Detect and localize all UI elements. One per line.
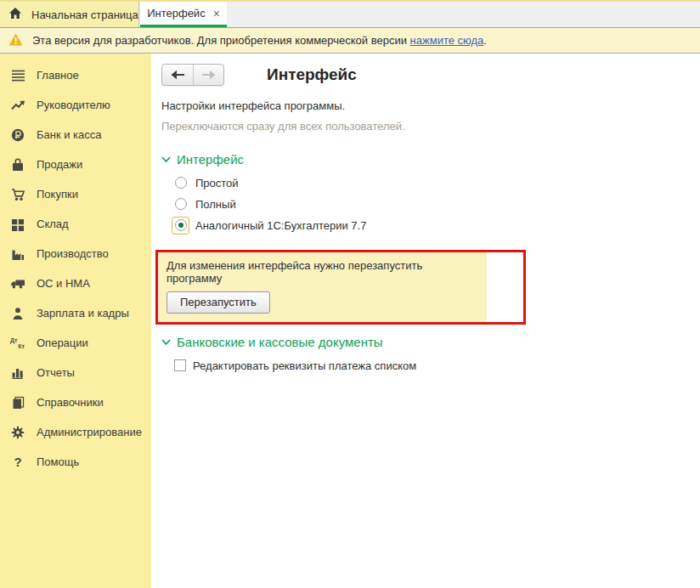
checkbox-icon <box>174 359 186 371</box>
sidebar-item-production[interactable]: Производство <box>0 239 151 269</box>
tab-home-label: Начальная страница <box>31 8 138 21</box>
radio-icon-selected <box>175 219 187 231</box>
sidebar-item-administration[interactable]: Администрирование <box>0 417 151 447</box>
app-window: Начальная страница Интерфейс × Эта верси… <box>0 0 700 588</box>
person-icon <box>9 306 26 321</box>
debit-credit-icon: ДтКт <box>9 336 26 351</box>
forward-button[interactable] <box>193 65 223 85</box>
warning-triangle-icon <box>8 33 23 48</box>
sidebar-item-help[interactable]: ? Помощь <box>0 447 151 477</box>
sidebar-item-directories[interactable]: Справочники <box>0 387 151 417</box>
sidebar-item-operations[interactable]: ДтКт Операции <box>0 328 151 358</box>
annotation-red-box: Для изменения интерфейса нужно перезапус… <box>155 250 526 325</box>
purchase-link[interactable]: нажмите сюда <box>410 34 484 47</box>
close-icon[interactable]: × <box>213 8 220 20</box>
section-interface-header[interactable]: Интерфейс <box>161 152 686 167</box>
trend-up-icon <box>9 98 26 113</box>
sidebar: Главное Руководителю Банк и касса Продаж… <box>0 54 151 588</box>
restart-required-panel: Для изменения интерфейса нужно перезапус… <box>158 252 487 322</box>
cart-icon <box>9 187 26 202</box>
question-icon: ? <box>9 455 26 470</box>
section-bank-docs-header[interactable]: Банковские и кассовые документы <box>161 335 686 349</box>
interface-options: Простой Полный Аналогичный 1С:Бухгалтери… <box>172 172 686 235</box>
tab-interface-label: Интерфейс <box>147 7 205 20</box>
radio-icon <box>175 198 187 210</box>
page-note: Переключаются сразу для всех пользовател… <box>161 120 686 133</box>
restart-button[interactable]: Перезапустить <box>167 291 270 314</box>
bar-chart-icon <box>9 365 26 381</box>
warning-suffix: . <box>483 34 487 47</box>
edit-payment-details-option[interactable]: Редактировать реквизиты платежа списком <box>174 356 686 375</box>
ruble-coin-icon <box>9 127 26 143</box>
books-icon <box>9 395 26 410</box>
restart-message: Для изменения интерфейса нужно перезапус… <box>167 259 478 285</box>
sidebar-item-reports[interactable]: Отчеты <box>0 358 151 387</box>
sidebar-item-salary-hr[interactable]: Зарплата и кадры <box>0 298 151 328</box>
radio-icon <box>175 177 187 189</box>
sidebar-item-purchases[interactable]: Покупки <box>0 179 151 209</box>
radio-option-simple[interactable]: Простой <box>172 172 686 193</box>
factory-icon <box>9 246 26 262</box>
menu-lines-icon <box>9 68 26 83</box>
chevron-down-icon <box>161 339 171 346</box>
sidebar-item-fixed-assets[interactable]: ОС и НМА <box>0 269 151 298</box>
radio-option-similar-77[interactable]: Аналогичный 1С:Бухгалтерии 7.7 <box>172 215 686 235</box>
radio-option-full[interactable]: Полный <box>172 194 686 214</box>
home-icon <box>8 7 22 22</box>
page-description: Настройки интерфейса программы. <box>161 99 686 112</box>
chevron-down-icon <box>161 156 171 163</box>
page-title: Интерфейс <box>267 65 357 84</box>
warning-text: Эта версия для разработчиков. Для приобр… <box>32 34 487 47</box>
history-nav-buttons <box>161 64 224 86</box>
content-area: Интерфейс Настройки интерфейса программы… <box>151 54 700 588</box>
dev-version-warning-bar: Эта версия для разработчиков. Для приобр… <box>0 28 700 54</box>
back-button[interactable] <box>162 65 193 85</box>
sidebar-item-manager[interactable]: Руководителю <box>0 90 151 120</box>
sidebar-item-sales[interactable]: Продажи <box>0 150 151 179</box>
truck-icon <box>9 276 26 291</box>
sidebar-item-warehouse[interactable]: Склад <box>0 209 151 239</box>
tab-bar: Начальная страница Интерфейс × <box>0 0 700 28</box>
tab-interface[interactable]: Интерфейс × <box>140 2 227 27</box>
tab-home-page[interactable]: Начальная страница <box>0 2 139 27</box>
grid-icon <box>9 217 26 232</box>
sidebar-item-bank-cash[interactable]: Банк и касса <box>0 120 151 150</box>
bag-icon <box>9 157 26 172</box>
gear-icon <box>9 425 26 440</box>
sidebar-item-main[interactable]: Главное <box>0 60 151 90</box>
